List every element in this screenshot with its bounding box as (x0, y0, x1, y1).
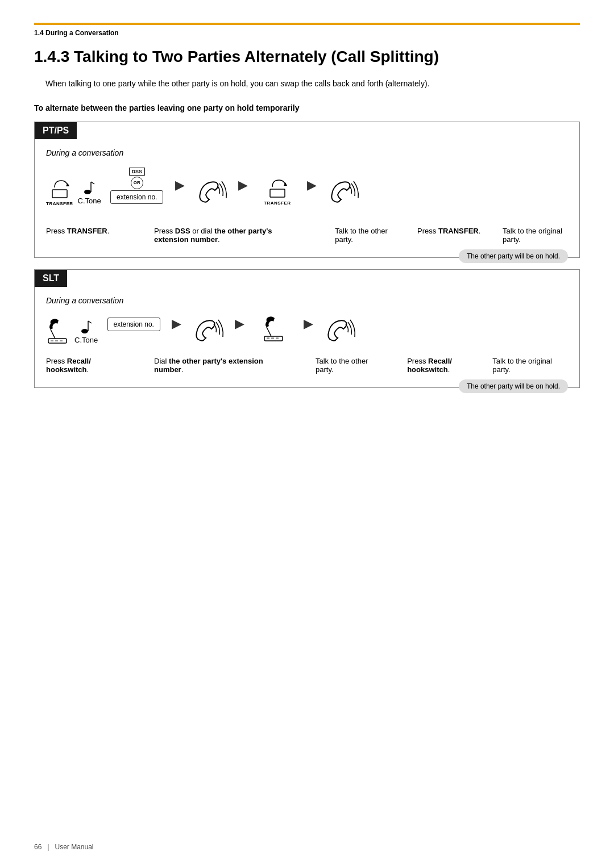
slt-phone-svg-1 (46, 318, 70, 345)
ptps-diagram-box: PT/PS During a conversation (34, 122, 580, 258)
svg-rect-10 (55, 340, 58, 341)
slt-arrow-2: ▶ (235, 316, 244, 331)
slt-caption-4: Press Recall/hookswitch. (407, 357, 475, 374)
svg-rect-6 (270, 189, 285, 197)
ptps-caption-4: Press TRANSFER. (417, 227, 486, 235)
ptps-caption-3: Talk to the other party. (335, 227, 395, 244)
ptps-transfer-label-2: TRANSFER (264, 201, 291, 206)
transfer-svg-2 (267, 177, 288, 201)
slt-phone-svg-3 (262, 316, 286, 343)
slt-caption-3: Talk to the other party. (316, 357, 384, 374)
ptps-or-circle: OR (131, 177, 143, 189)
ptps-ctone-label-1: C.Tone (78, 197, 101, 205)
slt-steps-row: C.Tone extension no. ▶ (46, 315, 568, 345)
page: 1.4 During a Conversation 1.4.3 Talking … (0, 0, 614, 422)
svg-line-7 (51, 329, 55, 339)
breadcrumb: 1.4 During a Conversation (34, 29, 119, 37)
slt-phone-icon-4 (323, 315, 357, 345)
ptps-hold-note: The other party will be on hold. (459, 249, 568, 263)
svg-line-14 (88, 321, 92, 323)
ptps-extension-box: extension no. (110, 190, 163, 204)
slt-hold-note: The other party will be on hold. (459, 379, 568, 393)
slt-arrow-3: ▶ (304, 316, 313, 331)
ctone-note-svg-1 (83, 176, 96, 197)
ptps-phone-icon-1 (194, 177, 229, 206)
ptps-arrow-1: ▶ (175, 178, 185, 193)
ptps-caption-2: Press DSS or dial the other party's exte… (154, 227, 312, 244)
slt-captions-row: Press Recall/hookswitch. Dial the other … (46, 357, 568, 374)
svg-point-12 (81, 329, 88, 333)
slt-phone-icon-2 (191, 315, 225, 345)
subheading: To alternate between the parties leaving… (34, 103, 580, 112)
section-header: 1.4 During a Conversation (34, 23, 580, 37)
slt-caption-1: Press Recall/hookswitch. (46, 357, 154, 374)
footer-separator: | (47, 843, 49, 851)
ptps-body: During a conversation (35, 139, 579, 257)
svg-line-15 (267, 327, 271, 336)
svg-rect-9 (51, 340, 53, 341)
slt-arrow-1: ▶ (172, 316, 181, 331)
svg-line-4 (91, 182, 94, 184)
slt-extension-box: extension no. (107, 318, 160, 331)
svg-rect-17 (267, 337, 269, 339)
slt-label: SLT (35, 270, 67, 287)
slt-phone-icon-1 (46, 318, 70, 345)
slt-body: During a conversation (35, 287, 579, 387)
slt-during: During a conversation (46, 296, 568, 305)
ptps-transfer-icon-1: TRANSFER (46, 177, 73, 206)
ptps-transfer-icon-2: TRANSFER (264, 177, 291, 206)
ptps-during: During a conversation (46, 148, 568, 157)
ptps-transfer-label-1: TRANSFER (46, 201, 73, 206)
slt-phone-icon-3 (262, 316, 286, 345)
ptps-arrow-2: ▶ (238, 178, 248, 193)
chapter-title: 1.4.3 Talking to Two Parties Alternately… (34, 47, 580, 66)
slt-diagram-box: SLT During a conversation (34, 269, 580, 388)
svg-rect-18 (271, 337, 274, 339)
ptps-phone-icon-2 (326, 177, 360, 206)
ptps-caption-1: Press TRANSFER. (46, 227, 154, 235)
footer: 66 | User Manual (34, 843, 94, 851)
svg-point-2 (84, 190, 91, 194)
ptps-steps-row: TRANSFER C.Tone (46, 168, 568, 215)
footer-page: 66 (34, 843, 42, 851)
footer-label: User Manual (55, 843, 93, 851)
slt-caption-5: Talk to the original party. (492, 357, 568, 374)
intro-text: When talking to one party while the othe… (45, 78, 580, 90)
slt-ctone-label: C.Tone (74, 336, 98, 344)
svg-rect-11 (60, 340, 63, 341)
svg-rect-19 (276, 337, 279, 339)
svg-rect-1 (52, 190, 67, 198)
ptps-arrow-3: ▶ (307, 178, 317, 193)
ptps-dss-label: DSS (129, 168, 146, 176)
transfer-svg-1 (49, 177, 70, 201)
slt-caption-2: Dial the other party's extension number. (154, 357, 293, 374)
ptps-label: PT/PS (35, 122, 77, 139)
ptps-caption-5: Talk to the original party. (503, 227, 568, 244)
slt-ctone-svg-1 (80, 315, 93, 336)
ptps-captions-row: Press TRANSFER. Press DSS or dial the ot… (46, 227, 568, 244)
